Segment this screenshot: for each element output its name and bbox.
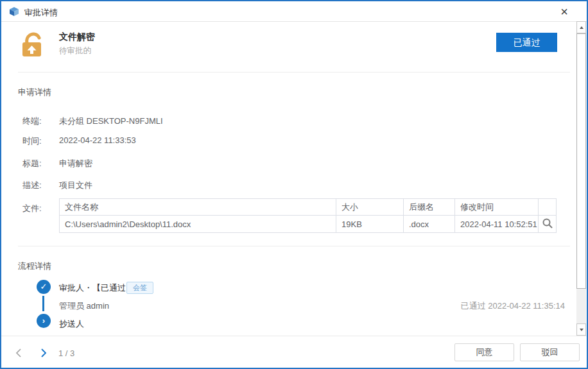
title-value: 申请解密 (59, 158, 92, 169)
col-header-filename: 文件名称 (60, 199, 336, 216)
approver-name: 管理员 admin (59, 300, 109, 312)
col-header-modified: 修改时间 (455, 199, 539, 216)
request-subtitle: 待审批的 (59, 46, 91, 56)
close-icon[interactable]: × (556, 4, 573, 21)
file-row: C:\Users\admin2\Desktop\11.docx 19KB .do… (60, 216, 557, 233)
window-title: 审批详情 (24, 7, 58, 19)
file-ext-cell: .docx (404, 216, 455, 233)
request-type-title: 文件解密 (59, 31, 95, 43)
terminal-label: 终端: (22, 116, 42, 127)
divider (18, 246, 570, 246)
time-value: 2022-04-22 11:33:53 (59, 135, 136, 145)
title-label: 标题: (22, 158, 42, 169)
process-section-title: 流程详情 (18, 261, 51, 272)
search-icon[interactable] (542, 218, 553, 231)
scrollbar[interactable] (576, 21, 586, 336)
approval-detail-dialog: 审批详情 × 文件解密 待审批的 已通过 申请详情 终端: 未分组 DESKTO… (0, 0, 588, 369)
cc-step-title: 抄送人 (59, 318, 84, 330)
col-header-actions (539, 199, 557, 216)
time-label: 时间: (22, 135, 42, 147)
files-label: 文件: (22, 203, 42, 214)
description-label: 描述: (22, 180, 42, 191)
scrollbar-thumb[interactable] (576, 33, 586, 289)
prev-page-icon[interactable] (14, 348, 24, 358)
title-bar: 审批详情 × (1, 1, 587, 22)
file-size-cell: 19KB (336, 216, 404, 233)
next-page-icon[interactable] (38, 348, 48, 358)
col-header-extension: 后缀名 (404, 199, 455, 216)
files-table-header-row: 文件名称 大小 后缀名 修改时间 (60, 199, 557, 216)
app-cube-icon (9, 6, 19, 17)
request-section-title: 申请详情 (18, 87, 51, 98)
scroll-up-icon[interactable] (576, 21, 586, 33)
status-badge: 已通过 (496, 33, 557, 52)
footer-bar: 1 / 3 同意 驳回 (1, 336, 587, 368)
file-actions-cell (539, 216, 557, 233)
step-cc-chevron-icon: › (37, 314, 51, 328)
timeline-connector (42, 296, 44, 311)
scroll-down-icon[interactable] (576, 323, 586, 336)
files-table: 文件名称 大小 后缀名 修改时间 C:\Users\admin2\Desktop… (59, 198, 557, 233)
divider (18, 72, 570, 73)
file-name-cell: C:\Users\admin2\Desktop\11.docx (60, 216, 336, 233)
unlock-icon (21, 29, 43, 57)
page-indicator: 1 / 3 (58, 348, 74, 358)
terminal-value: 未分组 DESKTOP-N9FJMLI (59, 116, 163, 127)
description-value: 项目文件 (59, 180, 92, 191)
agree-button[interactable]: 同意 (454, 343, 514, 361)
file-modified-cell: 2022-04-11 10:52:51 (455, 216, 539, 233)
countersign-tag: 会签 (126, 282, 153, 294)
reject-button[interactable]: 驳回 (520, 343, 580, 361)
approval-result: 已通过 2022-04-22 11:35:14 (461, 300, 565, 312)
step-approved-check-icon: ✓ (37, 280, 51, 294)
col-header-size: 大小 (336, 199, 404, 216)
approver-step-title: 审批人・【已通过】 (59, 282, 134, 294)
